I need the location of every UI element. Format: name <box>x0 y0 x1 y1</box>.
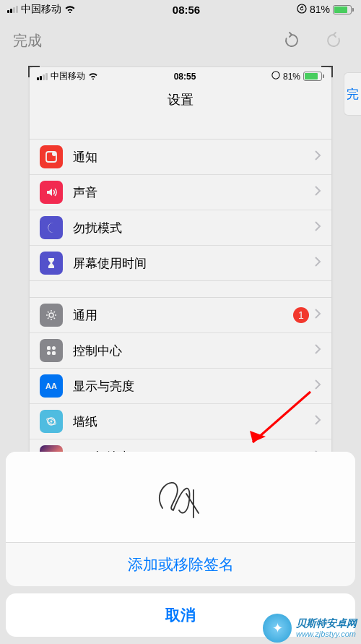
battery-icon <box>333 5 354 14</box>
svg-rect-6 <box>52 346 56 350</box>
svg-rect-5 <box>47 346 51 350</box>
watermark-logo-icon: ✦ <box>263 614 292 643</box>
rotation-lock-icon <box>297 4 307 16</box>
signal-icon <box>7 6 18 13</box>
markup-toolbar: 完成 <box>0 19 361 62</box>
settings-row-screentime[interactable]: 屏幕使用时间 <box>30 245 331 280</box>
battery-pct: 81% <box>283 72 300 82</box>
chevron-right-icon <box>315 186 321 199</box>
svg-point-11 <box>51 421 53 423</box>
wifi-icon <box>88 72 98 82</box>
settings-label: 通知 <box>73 149 315 166</box>
next-screenshot-peek[interactable]: 完 <box>344 72 361 116</box>
watermark-brand: 贝斯特安卓网 <box>296 618 357 629</box>
outer-status-bar: 中国移动 08:56 81% <box>0 0 361 19</box>
inner-status-bar: 中国移动 08:55 81% <box>30 67 331 85</box>
settings-label: 勿扰模式 <box>73 220 315 236</box>
chevron-right-icon <box>315 309 321 322</box>
svg-point-4 <box>49 313 53 317</box>
done-button[interactable]: 完成 <box>13 31 42 51</box>
svg-point-3 <box>52 152 56 156</box>
redo-button[interactable] <box>319 26 348 55</box>
signature-action-sheet: 添加或移除签名 取消 <box>6 452 355 637</box>
carrier-label: 中国移动 <box>21 3 61 16</box>
notification-badge: 1 <box>293 307 309 323</box>
sound-icon <box>40 181 63 204</box>
svg-text:AA: AA <box>45 382 57 390</box>
watermark: ✦ 贝斯特安卓网 www.zjbstyy.com <box>263 614 357 643</box>
chevron-right-icon <box>315 150 321 163</box>
dnd-icon <box>40 216 63 239</box>
watermark-url: www.zjbstyy.com <box>296 630 357 638</box>
annotation-arrow <box>238 388 318 456</box>
status-time: 08:56 <box>173 4 200 16</box>
add-remove-signature-button[interactable]: 添加或移除签名 <box>6 542 355 586</box>
battery-pct: 81% <box>310 4 330 15</box>
settings-label: 屏幕使用时间 <box>73 255 315 272</box>
chevron-right-icon <box>315 221 321 234</box>
settings-row-notifications[interactable]: 通知 <box>30 139 331 174</box>
svg-rect-8 <box>52 351 56 355</box>
general-icon <box>40 304 63 327</box>
display-icon: AA <box>40 374 63 398</box>
crop-handle-tl[interactable] <box>28 66 40 77</box>
settings-row-controlcenter[interactable]: 控制中心 <box>30 332 331 368</box>
settings-label: 通用 <box>73 307 293 324</box>
crop-handle-tr[interactable] <box>321 66 333 77</box>
chevron-right-icon <box>315 257 321 270</box>
svg-rect-7 <box>47 351 51 355</box>
controlcenter-icon <box>40 339 63 362</box>
notifications-icon <box>40 145 63 168</box>
chevron-right-icon <box>315 344 321 357</box>
settings-row-sound[interactable]: 声音 <box>30 174 331 210</box>
settings-label: 声音 <box>73 184 315 201</box>
signature-glyph <box>137 468 224 526</box>
status-time: 08:55 <box>174 72 196 82</box>
done-label-peek: 完 <box>347 86 359 103</box>
page-title: 设置 <box>30 85 331 119</box>
wifi-icon <box>64 4 76 15</box>
screentime-icon <box>40 252 63 275</box>
signature-preview[interactable] <box>6 452 355 542</box>
rotation-lock-icon <box>271 71 280 82</box>
settings-row-general[interactable]: 通用 1 <box>30 298 331 332</box>
svg-point-1 <box>272 72 279 79</box>
carrier-label: 中国移动 <box>51 70 85 82</box>
settings-group: 通知 声音 勿扰模式 屏幕使用时间 <box>30 139 331 281</box>
settings-label: 控制中心 <box>73 343 315 359</box>
wallpaper-icon <box>40 410 63 433</box>
undo-button[interactable] <box>277 26 306 55</box>
settings-row-dnd[interactable]: 勿扰模式 <box>30 210 331 245</box>
